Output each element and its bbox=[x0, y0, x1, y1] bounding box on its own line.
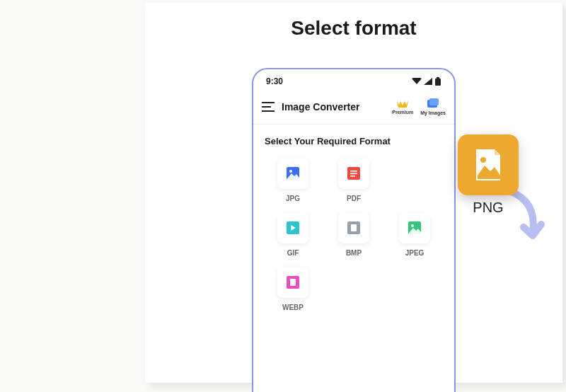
format-grid: JPG PDF PNG GIF bbox=[253, 154, 454, 316]
app-header: Image Converter Premium My Images bbox=[253, 89, 454, 121]
format-label: JPEG bbox=[405, 249, 424, 257]
svg-rect-1 bbox=[435, 79, 441, 86]
format-label: GIF bbox=[287, 249, 299, 257]
featured-icon-box bbox=[458, 134, 519, 195]
my-images-button[interactable]: My Images bbox=[420, 98, 446, 115]
format-tile-bmp[interactable]: BMP bbox=[328, 212, 379, 257]
signal-icon bbox=[424, 78, 432, 85]
format-icon-box bbox=[399, 212, 430, 243]
format-tile-pdf[interactable]: PDF bbox=[328, 158, 379, 202]
format-label: BMP bbox=[346, 249, 362, 257]
format-icon-box bbox=[338, 158, 369, 189]
status-bar: 9:30 bbox=[253, 69, 454, 89]
svg-rect-16 bbox=[290, 279, 296, 286]
image-icon bbox=[287, 167, 299, 180]
wifi-icon bbox=[412, 78, 422, 85]
format-tile-gif[interactable]: GIF bbox=[267, 212, 318, 257]
battery-icon bbox=[434, 77, 441, 86]
status-icons bbox=[412, 77, 441, 86]
my-images-label: My Images bbox=[420, 110, 446, 115]
featured-label: PNG bbox=[473, 200, 503, 216]
status-time: 9:30 bbox=[266, 76, 283, 86]
svg-rect-9 bbox=[350, 175, 355, 177]
format-icon-box bbox=[277, 212, 308, 243]
format-tile-jpeg[interactable]: JPEG bbox=[389, 212, 440, 257]
image-icon bbox=[408, 221, 421, 234]
play-icon bbox=[287, 221, 299, 234]
format-label: JPG bbox=[286, 195, 300, 202]
file-icon bbox=[347, 221, 360, 234]
svg-rect-8 bbox=[350, 173, 357, 175]
svg-rect-12 bbox=[351, 224, 357, 231]
format-icon-box bbox=[277, 158, 308, 189]
svg-point-17 bbox=[480, 157, 486, 163]
format-tile-jpg[interactable]: JPG bbox=[267, 158, 318, 202]
premium-button[interactable]: Premium bbox=[392, 98, 413, 115]
svg-rect-0 bbox=[437, 77, 439, 79]
section-title: Select Your Required Format bbox=[253, 125, 454, 154]
format-label: PDF bbox=[347, 195, 361, 202]
document-icon bbox=[347, 167, 360, 180]
premium-label: Premium bbox=[392, 110, 413, 115]
phone-frame: 9:30 Image Converter Premium My Images S… bbox=[252, 68, 456, 392]
featured-format[interactable]: PNG bbox=[458, 134, 519, 216]
format-icon-box bbox=[338, 212, 369, 243]
images-icon bbox=[427, 98, 439, 109]
svg-rect-7 bbox=[350, 171, 357, 172]
format-icon-box bbox=[277, 267, 308, 298]
svg-point-5 bbox=[289, 170, 292, 173]
format-icon-box bbox=[399, 158, 430, 189]
menu-button[interactable] bbox=[262, 102, 275, 112]
file-icon bbox=[287, 276, 299, 289]
svg-rect-3 bbox=[429, 98, 439, 105]
format-label: WEBP bbox=[282, 304, 304, 311]
svg-point-14 bbox=[411, 224, 414, 227]
format-tile-webp[interactable]: WEBP bbox=[267, 267, 318, 311]
format-label: PNG bbox=[407, 195, 422, 202]
crown-icon bbox=[396, 98, 409, 108]
page-title: Select format bbox=[291, 17, 416, 40]
app-title: Image Converter bbox=[282, 101, 385, 113]
image-large-icon bbox=[470, 147, 506, 183]
